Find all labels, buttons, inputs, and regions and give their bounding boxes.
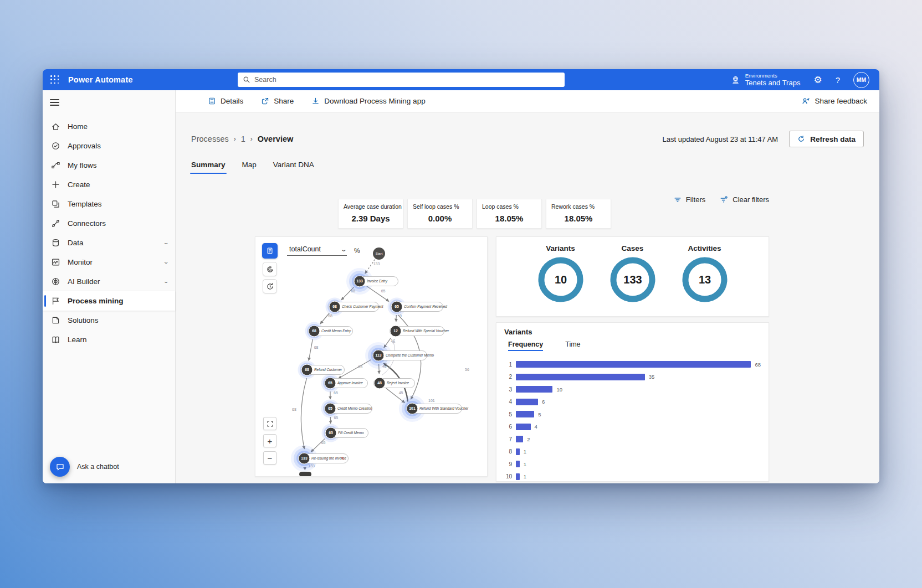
map-node-invoice-entry[interactable]: Invoice Entry133 [346, 268, 398, 295]
sidebar-item-create[interactable]: Create [43, 175, 175, 194]
monitor-icon [51, 257, 60, 267]
variants-tab-frequency[interactable]: Frequency [508, 341, 543, 351]
map-node-label: Check Customer Payment [342, 305, 383, 309]
help-icon[interactable]: ? [836, 75, 840, 85]
variant-bar[interactable] [516, 374, 645, 380]
map-node-count: 65 [328, 406, 332, 410]
map-zoom-out-button[interactable]: − [263, 451, 276, 465]
map-edge-label: 65 [321, 441, 326, 445]
sidebar-item-ai-builder[interactable]: AI Builder⌄ [43, 272, 175, 291]
map-node-fill-credit-memo[interactable]: Fill Credit Memo65 [322, 424, 368, 442]
map-node-count: 65 [395, 305, 399, 308]
sidebar-item-my-flows[interactable]: My flows [43, 156, 175, 175]
map-node-complete-the-customer-memo[interactable]: Complete the Customer Memo113 [365, 342, 434, 369]
tab-map[interactable]: Map [242, 161, 257, 174]
sidebar-item-solutions[interactable]: Solutions [43, 311, 175, 330]
chatbot-label[interactable]: Ask a chatbot [77, 463, 119, 471]
environment-picker[interactable]: Environments Tenets and Traps [731, 73, 801, 87]
variant-row: 91 [504, 458, 761, 471]
map-focus-button[interactable] [263, 262, 277, 276]
map-fullscreen-button[interactable] [263, 417, 276, 430]
variant-bar[interactable] [516, 361, 751, 368]
process-map-graph[interactable]: 1336865689126865486565656845561013133Sta… [255, 237, 488, 477]
data-icon [51, 238, 60, 247]
sidebar-item-connectors[interactable]: Connectors [43, 214, 175, 233]
map-node-credit-memo-entry[interactable]: Credit Memo Entry68 [305, 322, 353, 341]
breadcrumb-link[interactable]: Processes [191, 135, 229, 143]
sidebar-item-approvals[interactable]: Approvals [43, 136, 175, 156]
variant-row: 168 [504, 358, 761, 371]
map-node-refund-customer[interactable]: Refund Customer68 [298, 361, 345, 379]
map-node-label: Fill Credit Memo [338, 431, 364, 435]
target-rings-icon [266, 265, 274, 274]
kpi-label: Self loop cases % [413, 203, 467, 210]
details-button[interactable]: Details [208, 97, 243, 105]
stat-label: Cases [608, 244, 658, 252]
settings-gear-icon[interactable]: ⚙ [813, 75, 822, 85]
refresh-icon [797, 135, 805, 143]
variant-bar[interactable] [516, 473, 520, 480]
filters-button[interactable]: Filters [674, 195, 705, 204]
variant-rank-label: 4 [504, 399, 512, 405]
variant-bar[interactable] [516, 448, 520, 455]
download-icon [311, 97, 320, 105]
search-box[interactable] [238, 73, 565, 87]
edit-pen-icon: ✎ [341, 456, 345, 461]
map-node-label: Credit Memo Entry [321, 329, 351, 333]
map-edge[interactable] [396, 315, 397, 322]
map-node-end[interactable] [299, 472, 311, 477]
variant-row: 55 [504, 408, 761, 421]
tab-variant-dna[interactable]: Variant DNA [273, 161, 314, 174]
map-node-re-issuing-the-invoice[interactable]: Re-issuing the Invoice✎133 [291, 445, 349, 472]
stat-cases: Cases133 [608, 244, 658, 316]
tab-summary[interactable]: Summary [191, 161, 226, 174]
map-node-label: Confirm Payment Received [404, 305, 447, 309]
map-node-label: Reject Invoice [387, 381, 409, 385]
refresh-data-button[interactable]: Refresh data [789, 131, 864, 147]
variant-bar[interactable] [516, 411, 534, 417]
map-node-count: 65 [328, 381, 332, 385]
map-metric-dropdown[interactable]: totalCount ⌄ [287, 244, 347, 256]
map-node-credit-memo-creation[interactable]: Credit Memo Creation65 [321, 400, 372, 418]
sidebar-item-monitor[interactable]: Monitor⌄ [43, 252, 175, 272]
sidebar-item-process-mining[interactable]: Process mining [43, 291, 175, 311]
map-history-button[interactable] [263, 279, 277, 293]
map-edge-label: 45 [399, 391, 403, 395]
map-node-refund-with-special-voucher[interactable]: Refund With Special Voucher12 [390, 326, 450, 337]
map-node-confirm-payment-received[interactable]: Confirm Payment Received65 [388, 298, 448, 316]
map-edge[interactable] [301, 378, 306, 449]
share-button[interactable]: Share [261, 97, 294, 105]
variant-bar[interactable] [516, 399, 538, 405]
variant-bar[interactable] [516, 386, 552, 393]
map-node-start[interactable]: Start [373, 247, 385, 260]
variant-bar[interactable] [516, 424, 531, 430]
map-node-reject-invoice[interactable]: Reject Invoice48 [374, 378, 415, 389]
breadcrumb-link[interactable]: 1 [241, 135, 245, 143]
sidebar-item-templates[interactable]: Templates [43, 194, 175, 214]
variants-tab-time[interactable]: Time [565, 341, 580, 351]
hamburger-menu-icon[interactable] [50, 99, 59, 106]
app-header: Power Automate Environments Tenets and T… [43, 69, 879, 90]
learn-icon [51, 335, 60, 344]
clear-filters-button[interactable]: Clear filters [720, 195, 769, 204]
download-app-button[interactable]: Download Process Mining app [311, 97, 425, 105]
variant-bar[interactable] [516, 461, 520, 467]
map-node-approve-invoice[interactable]: Approve Invoice65 [321, 374, 368, 393]
sidebar-item-home[interactable]: Home [43, 117, 175, 136]
breadcrumb-current: Overview [258, 135, 294, 143]
last-updated-text: Last updated August 23 at 11:47 AM [663, 135, 778, 143]
sidebar-item-learn[interactable]: Learn [43, 330, 175, 349]
chatbot-button[interactable] [50, 457, 70, 477]
app-launcher-waffle-icon[interactable] [50, 75, 59, 84]
map-node-check-customer-payment[interactable]: Check Customer Payment68 [326, 298, 383, 316]
variant-bar[interactable] [516, 436, 523, 442]
search-input[interactable] [254, 76, 560, 84]
sidebar-item-label: AI Builder [68, 277, 100, 286]
sidebar-item-data[interactable]: Data⌄ [43, 233, 175, 252]
sidebar-item-label: Process mining [68, 297, 124, 305]
map-attribute-button[interactable] [262, 243, 278, 259]
share-feedback-button[interactable]: Share feedback [802, 97, 867, 105]
user-avatar[interactable]: MM [853, 72, 869, 88]
map-edge[interactable] [309, 339, 313, 361]
map-zoom-in-button[interactable]: + [263, 434, 276, 447]
